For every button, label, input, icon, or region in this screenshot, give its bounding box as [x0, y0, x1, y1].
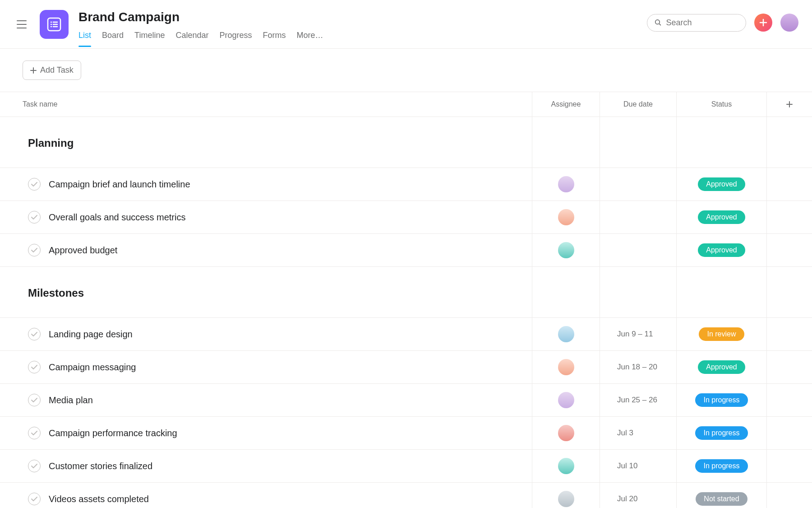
task-row[interactable]: Campaign performance trackingJul 3In pro…	[0, 417, 812, 450]
search-icon	[655, 19, 662, 27]
tab-board[interactable]: Board	[102, 31, 124, 47]
add-task-label: Add Task	[40, 65, 74, 75]
check-icon	[31, 215, 37, 219]
column-header-name[interactable]: Task name	[0, 92, 532, 117]
complete-checkbox[interactable]	[28, 211, 41, 224]
tab-more[interactable]: More…	[297, 31, 323, 47]
status-badge[interactable]: Approved	[698, 360, 745, 374]
status-badge[interactable]: In progress	[695, 459, 747, 473]
menu-button[interactable]	[14, 16, 30, 33]
complete-checkbox[interactable]	[28, 244, 41, 256]
status-badge[interactable]: Not started	[696, 492, 747, 506]
task-row[interactable]: Customer stories finalizedJul 10In progr…	[0, 450, 812, 483]
section-header[interactable]: Planning	[0, 117, 812, 168]
toolbar: Add Task	[0, 49, 812, 92]
row-spacer	[767, 168, 812, 200]
due-date[interactable]: Jul 20	[600, 483, 677, 508]
assignee-avatar[interactable]	[558, 458, 574, 474]
topbar: Brand Campaign ListBoardTimelineCalendar…	[0, 0, 812, 49]
complete-checkbox[interactable]	[28, 178, 41, 191]
tab-forms[interactable]: Forms	[263, 31, 286, 47]
row-spacer	[767, 201, 812, 233]
row-spacer	[767, 417, 812, 449]
due-date[interactable]: Jun 18 – 20	[600, 351, 677, 383]
status-badge[interactable]: Approved	[698, 210, 745, 224]
task-row[interactable]: Overall goals and success metricsApprove…	[0, 201, 812, 234]
due-date[interactable]	[600, 201, 677, 233]
status-badge[interactable]: In progress	[695, 393, 747, 407]
complete-checkbox[interactable]	[28, 328, 41, 340]
assignee-avatar[interactable]	[558, 209, 574, 225]
column-header-assignee[interactable]: Assignee	[532, 92, 600, 117]
add-task-button[interactable]: Add Task	[23, 61, 81, 80]
column-header-status[interactable]: Status	[677, 92, 767, 117]
task-name: Approved budget	[49, 245, 117, 256]
complete-checkbox[interactable]	[28, 493, 41, 505]
project-header: Brand Campaign ListBoardTimelineCalendar…	[78, 8, 323, 47]
column-header-due[interactable]: Due date	[600, 92, 677, 117]
due-date[interactable]	[600, 234, 677, 266]
search-input[interactable]	[666, 18, 738, 28]
due-date[interactable]: Jun 9 – 11	[600, 318, 677, 350]
plus-icon	[30, 67, 37, 74]
status-badge[interactable]: In progress	[695, 426, 747, 440]
row-spacer	[767, 384, 812, 416]
svg-point-10	[655, 20, 660, 24]
check-icon	[31, 248, 37, 252]
task-row[interactable]: Campaign brief and launch timelineApprov…	[0, 168, 812, 201]
plus-icon	[786, 101, 793, 108]
task-list: PlanningCampaign brief and launch timeli…	[0, 117, 812, 508]
current-user-avatar[interactable]	[780, 14, 798, 32]
assignee-avatar[interactable]	[558, 359, 574, 375]
check-icon	[31, 332, 37, 336]
search-box[interactable]	[647, 14, 746, 32]
task-name: Media plan	[49, 395, 93, 405]
view-tabs: ListBoardTimelineCalendarProgressFormsMo…	[78, 31, 323, 47]
assignee-avatar[interactable]	[558, 242, 574, 258]
task-row[interactable]: Campaign messagingJun 18 – 20Approved	[0, 351, 812, 384]
row-spacer	[767, 483, 812, 508]
task-row[interactable]: Videos assets completedJul 20Not started	[0, 483, 812, 508]
task-name: Overall goals and success metrics	[49, 212, 185, 223]
status-badge[interactable]: In review	[699, 327, 744, 341]
complete-checkbox[interactable]	[28, 427, 41, 439]
row-spacer	[767, 450, 812, 482]
complete-checkbox[interactable]	[28, 361, 41, 373]
task-row[interactable]: Landing page designJun 9 – 11In review	[0, 318, 812, 351]
tab-timeline[interactable]: Timeline	[134, 31, 165, 47]
row-spacer	[767, 318, 812, 350]
complete-checkbox[interactable]	[28, 394, 41, 406]
check-icon	[31, 398, 37, 402]
tab-calendar[interactable]: Calendar	[175, 31, 208, 47]
task-row[interactable]: Media planJun 25 – 26In progress	[0, 384, 812, 417]
row-spacer	[767, 234, 812, 266]
task-name: Landing page design	[49, 329, 133, 340]
status-badge[interactable]: Approved	[698, 177, 745, 191]
complete-checkbox[interactable]	[28, 460, 41, 472]
task-name: Customer stories finalized	[49, 461, 152, 471]
global-add-button[interactable]	[754, 14, 772, 32]
due-date[interactable]: Jul 3	[600, 417, 677, 449]
due-date[interactable]: Jul 10	[600, 450, 677, 482]
section-title: Planning	[0, 125, 532, 159]
task-name: Campaign brief and launch timeline	[49, 179, 190, 190]
assignee-avatar[interactable]	[558, 326, 574, 342]
add-column-button[interactable]	[767, 92, 812, 117]
due-date[interactable]: Jun 25 – 26	[600, 384, 677, 416]
task-row[interactable]: Approved budgetApproved	[0, 234, 812, 267]
task-name: Videos assets completed	[49, 494, 149, 504]
row-spacer	[767, 351, 812, 383]
status-badge[interactable]: Approved	[698, 243, 745, 257]
tab-progress[interactable]: Progress	[219, 31, 252, 47]
assignee-avatar[interactable]	[558, 392, 574, 408]
check-icon	[31, 431, 37, 435]
project-icon	[40, 10, 69, 39]
check-icon	[31, 365, 37, 369]
section-header[interactable]: Milestones	[0, 267, 812, 318]
svg-line-11	[659, 24, 660, 25]
tab-list[interactable]: List	[78, 31, 91, 47]
assignee-avatar[interactable]	[558, 491, 574, 507]
assignee-avatar[interactable]	[558, 425, 574, 441]
assignee-avatar[interactable]	[558, 176, 574, 192]
due-date[interactable]	[600, 168, 677, 200]
